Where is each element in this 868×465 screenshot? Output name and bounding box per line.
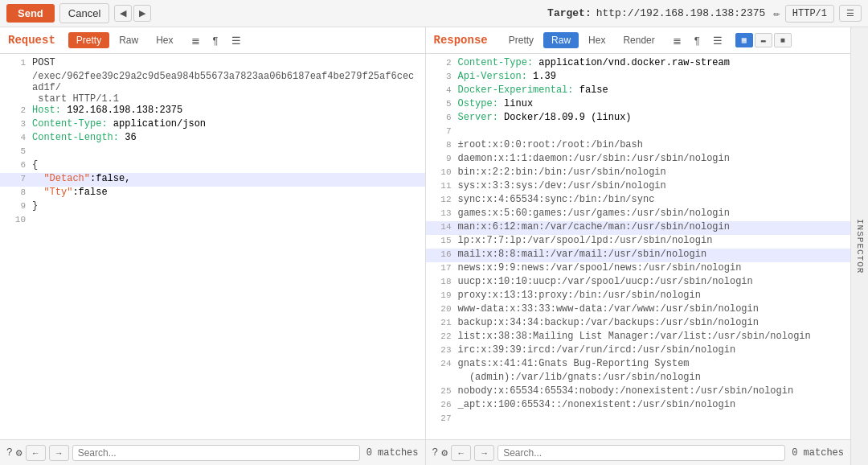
nav-back-button[interactable]: ◀ [114,5,132,22]
response-help-icon[interactable]: ? [432,446,439,459]
request-search-bar: ? ⚙ ← → 0 matches [0,439,425,465]
response-line-22: 22 list:x:38:38:Mailing List Manager:/va… [426,331,851,344]
response-line-19: 19 proxy:x:13:13:proxy:/bin:/usr/sbin/no… [426,290,851,303]
request-search-next[interactable]: → [49,445,69,461]
request-tab-group: Pretty Raw Hex [68,32,182,48]
response-settings-icon[interactable]: ⚙ [441,446,448,459]
response-line-8: 8 ±root:x:0:0:root:/root:/bin/bash [426,139,851,153]
request-line-9: 9 } [0,200,425,214]
request-line-4: 4 Content-Length: 36 [0,132,425,146]
inspector-toggle-button[interactable]: ☰ [839,5,862,22]
response-line-3: 3 Api-Version: 1.39 [426,71,851,84]
response-tab-hex[interactable]: Hex [580,32,613,48]
response-line-20: 20 www-data:x:33:33:www-data:/var/www:/u… [426,303,851,317]
toolbar: Send Cancel ◀ ▶ Target: http://192.168.1… [0,0,868,27]
view-toggle-full[interactable]: ▬ [755,33,772,47]
response-line-24b: (admin):/var/lib/gnats:/usr/sbin/nologin [426,372,851,385]
response-icon-pilcrow[interactable]: ¶ [691,33,703,48]
request-icon-stream[interactable]: ≣ [188,33,203,48]
response-matches-label: 0 matches [792,447,844,459]
http-version-badge: HTTP/1 [785,5,834,23]
view-toggles: ▦ ▬ ■ [735,33,792,47]
response-line-2: 2 Content-Type: application/vnd.docker.r… [426,57,851,71]
response-line-13: 13 games:x:5:60:games:/usr/games:/usr/sb… [426,208,851,221]
main-content: Request Pretty Raw Hex ≣ ¶ ☰ 1 POST /exe… [0,27,868,465]
response-line-4: 4 Docker-Experimental: false [426,84,851,98]
response-line-11: 11 sys:x:3:3:sys:/dev:/usr/sbin/nologin [426,180,851,194]
request-line-7: 7 "Detach":false, [0,173,425,187]
request-tab-hex[interactable]: Hex [148,32,181,48]
target-url: http://192.168.198.138:2375 [596,7,766,19]
response-search-next[interactable]: → [474,445,494,461]
request-search-input[interactable] [72,445,360,461]
response-search-bar: ? ⚙ ← → 0 matches [426,439,851,465]
request-code-area[interactable]: 1 POST /exec/962fee39c29a2c9d5ea984b5567… [0,54,425,439]
request-line-3: 3 Content-Type: application/json [0,118,425,132]
request-search-prev[interactable]: ← [26,445,46,461]
nav-fwd-button[interactable]: ▶ [133,5,151,22]
response-icon-menu[interactable]: ☰ [710,33,726,48]
request-tab-pretty[interactable]: Pretty [68,32,109,48]
cancel-button[interactable]: Cancel [59,3,109,23]
response-panel-header: Response Pretty Raw Hex Render ≣ ¶ ☰ ▦ ▬… [426,27,851,54]
response-line-23: 23 irc:x:39:39:ircd:/var/run/ircd:/usr/s… [426,344,851,358]
request-line-1: 1 POST [0,57,425,71]
response-line-27: 27 [426,413,851,426]
response-line-7: 7 [426,126,851,139]
request-line-8: 8 "Tty":false [0,187,425,200]
response-line-6: 6 Server: Docker/18.09.9 (linux) [426,112,851,126]
request-matches-label: 0 matches [366,447,419,459]
response-line-10: 10 bin:x:2:2:bin:/bin:/usr/sbin/nologin [426,167,851,180]
request-icon-menu[interactable]: ☰ [228,33,244,48]
request-settings-icon[interactable]: ⚙ [16,446,23,459]
view-toggle-mini[interactable]: ■ [774,33,792,47]
target-label: Target: [547,7,592,19]
request-icon-pilcrow[interactable]: ¶ [210,33,222,48]
request-line-url: /exec/962fee39c29a2c9d5ea984b55673a7823a… [0,71,425,105]
response-line-16: 16 mail:x:8:8:mail:/var/mail:/usr/sbin/n… [426,249,851,262]
nav-arrows: ◀ ▶ [114,5,151,22]
request-line-6: 6 { [0,159,425,173]
response-tab-raw[interactable]: Raw [543,32,579,48]
response-line-25: 25 nobody:x:65534:65534:nobody:/nonexist… [426,385,851,399]
response-line-15: 15 lp:x:7:7:lp:/var/spool/lpd:/usr/sbin/… [426,235,851,249]
response-tab-render[interactable]: Render [615,32,662,48]
response-line-9: 9 daemon:x:1:1:daemon:/usr/sbin:/usr/sbi… [426,153,851,167]
response-line-21: 21 backup:x:34:34:backup:/var/backups:/u… [426,317,851,331]
response-line-14: 14 man:x:6:12:man:/var/cache/man:/usr/sb… [426,221,851,235]
response-line-24: 24 gnats:x:41:41:Gnats Bug-Reporting Sys… [426,358,851,372]
view-toggle-split[interactable]: ▦ [735,33,753,47]
request-line-2: 2 Host: 192.168.198.138:2375 [0,105,425,118]
request-help-icon[interactable]: ? [6,446,13,459]
response-tab-group: Pretty Raw Hex Render [501,32,663,48]
response-panel: Response Pretty Raw Hex Render ≣ ¶ ☰ ▦ ▬… [426,27,851,465]
response-icon-stream[interactable]: ≣ [669,33,685,48]
edit-icon[interactable]: ✏ [773,6,780,20]
response-search-input[interactable] [497,445,785,461]
response-line-12: 12 sync:x:4:65534:sync:/bin:/bin/sync [426,194,851,208]
response-title: Response [434,34,488,47]
request-panel: Request Pretty Raw Hex ≣ ¶ ☰ 1 POST /exe… [0,27,426,465]
request-title: Request [8,34,55,47]
request-line-10: 10 [0,214,425,228]
response-tab-pretty[interactable]: Pretty [501,32,542,48]
send-button[interactable]: Send [6,4,55,23]
response-line-17: 17 news:x:9:9:news:/var/spool/news:/usr/… [426,262,851,276]
request-line-5: 5 [0,146,425,159]
response-code-area[interactable]: 2 Content-Type: application/vnd.docker.r… [426,54,851,439]
response-line-26: 26 _apt:x:100:65534::/nonexistent:/usr/s… [426,399,851,413]
request-tab-raw[interactable]: Raw [111,32,146,48]
response-line-5: 5 Ostype: linux [426,98,851,112]
response-line-18: 18 uucp:x:10:10:uucp:/var/spool/uucp:/us… [426,276,851,290]
request-panel-header: Request Pretty Raw Hex ≣ ¶ ☰ [0,27,425,54]
response-search-prev[interactable]: ← [451,445,471,461]
inspector-sidebar[interactable]: INSPECTOR [850,27,868,465]
